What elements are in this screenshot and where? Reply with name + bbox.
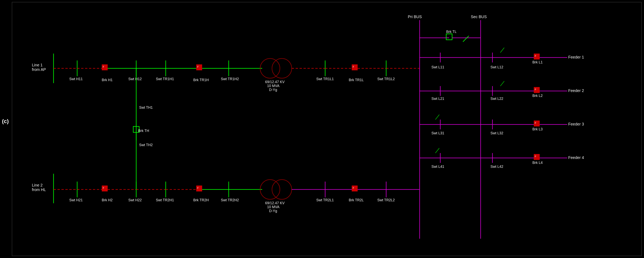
pri-bus-label: Pri BUS bbox=[408, 15, 422, 19]
swt-l42-label: Swt L42 bbox=[490, 165, 503, 169]
swt-tr1h2-label: Swt TR1H2 bbox=[221, 77, 239, 81]
brk-h2-f: F bbox=[103, 187, 104, 189]
swt-tr1l2-label: Swt TR1L2 bbox=[377, 77, 395, 81]
transformer1-circle2 bbox=[272, 59, 292, 78]
brk-tr1l-label: Brk TR1L bbox=[349, 78, 364, 82]
feeder1-label: Feeder 1 bbox=[568, 55, 584, 59]
swt-l31-symbol bbox=[435, 115, 439, 120]
swt-l12-label: Swt L12 bbox=[490, 65, 503, 69]
brk-tr1h-f: F bbox=[197, 66, 198, 68]
brk-tr1h-label: Brk TR1H bbox=[193, 78, 209, 82]
diagram-label-c: (c) bbox=[2, 118, 9, 124]
sec-bus-label: Sec BUS bbox=[471, 15, 487, 19]
brk-l2-f: F bbox=[535, 88, 536, 91]
swt-h12-label: Swt H12 bbox=[128, 77, 142, 81]
swt-h22-label: Swt H22 bbox=[128, 198, 142, 202]
feeder4-label: Feeder 4 bbox=[568, 155, 584, 160]
transformer2-circle2 bbox=[272, 180, 292, 199]
switch-tl-symbol bbox=[463, 36, 469, 42]
swt-tr2l2-label: Swt TR2L2 bbox=[377, 198, 395, 202]
brk-tr2l-f: F bbox=[353, 187, 354, 189]
brk-l3-f: F bbox=[535, 122, 536, 124]
transformer1-label2: 10 MVA bbox=[267, 84, 280, 88]
brk-h1-label: Brk H1 bbox=[102, 78, 112, 82]
swt-tr1l1-label: Swt TR1L1 bbox=[316, 77, 334, 81]
swt-h11-label: Swt H11 bbox=[69, 77, 83, 81]
feeder2-label: Feeder 2 bbox=[568, 88, 584, 93]
brk-l3-label: Brk L3 bbox=[532, 127, 543, 131]
swt-tr2h1-label: Swt TR2H1 bbox=[156, 198, 174, 202]
transformer2-label1: 69/12.47 KV bbox=[265, 201, 284, 205]
transformer1-circle1 bbox=[260, 59, 280, 78]
brk-tl-box bbox=[446, 34, 452, 40]
swt-l22-label: Swt L22 bbox=[490, 97, 503, 101]
feeder3-label: Feeder 3 bbox=[568, 122, 584, 126]
swt-tr1h1-label: Swt TR1H1 bbox=[156, 77, 174, 81]
swt-h21-label: Swt H21 bbox=[69, 198, 83, 202]
brk-l4-f: F bbox=[535, 155, 536, 158]
brk-l4-label: Brk L4 bbox=[532, 161, 543, 165]
brk-tr2h-label: Brk TR2H bbox=[193, 198, 209, 202]
swt-l12-symbol bbox=[500, 48, 504, 53]
diagram-container: Line 1 from AP Swt H11 Brk H1 F Swt H12 … bbox=[12, 2, 642, 256]
swt-l31-label: Swt L31 bbox=[432, 131, 444, 135]
swt-tr2h2-label: Swt TR2H2 bbox=[221, 198, 239, 202]
swt-tr2l1-label: Swt TR2L1 bbox=[316, 198, 334, 202]
transformer2-label3: D-Yg bbox=[269, 209, 277, 213]
swt-l11-label: Swt L11 bbox=[432, 65, 444, 69]
brk-tr1l-f: F bbox=[353, 66, 354, 68]
swt-l21-label: Swt L21 bbox=[432, 97, 444, 101]
transformer1-label1: 69/12.47 KV bbox=[265, 80, 284, 84]
line2-from-label: from HL bbox=[32, 187, 46, 192]
line1-from-label: from AP bbox=[32, 67, 46, 72]
swt-l32-label: Swt L32 bbox=[490, 131, 503, 135]
swt-th2-label: Swt TH2 bbox=[139, 143, 153, 147]
transformer2-label2: 10 MVA bbox=[267, 205, 280, 209]
line1-label: Line 1 bbox=[32, 63, 43, 67]
brk-h2-label: Brk H2 bbox=[102, 198, 112, 202]
swt-th1-label: Swt TH1 bbox=[139, 106, 153, 110]
line2-label: Line 2 bbox=[32, 183, 43, 187]
brk-tr2h-f: F bbox=[197, 187, 198, 189]
brk-l2-label: Brk L2 bbox=[532, 94, 543, 98]
swt-l41-symbol bbox=[435, 148, 439, 153]
transformer1-label3: D-Yg bbox=[269, 88, 277, 92]
brk-l1-label: Brk L1 bbox=[532, 60, 543, 64]
brk-tr2l-label: Brk TR2L bbox=[349, 198, 364, 202]
brk-h1-f: F bbox=[103, 66, 104, 68]
brk-th-label: Brk TH bbox=[138, 129, 149, 133]
brk-l1-f: F bbox=[535, 55, 536, 58]
transformer2-circle1 bbox=[260, 180, 280, 199]
swt-l22-symbol bbox=[500, 81, 504, 86]
swt-l41-label: Swt L41 bbox=[432, 165, 444, 169]
brk-tl-label: Brk TL bbox=[446, 30, 457, 34]
